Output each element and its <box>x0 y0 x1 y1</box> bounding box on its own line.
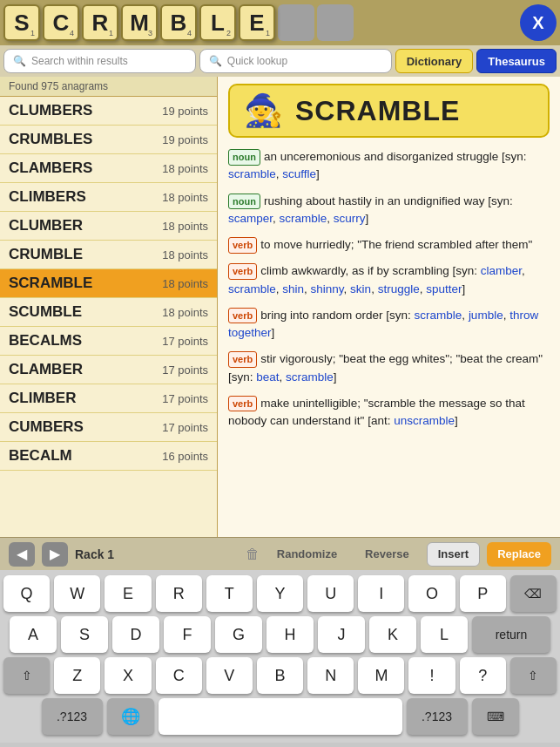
syn-link[interactable]: skin <box>350 282 371 295</box>
syn-link[interactable]: scramble <box>228 282 276 295</box>
shift-key[interactable]: ⇧ <box>3 657 50 694</box>
dictionary-tab[interactable]: Dictionary <box>395 49 474 73</box>
key-H[interactable]: H <box>267 616 314 653</box>
syn-link[interactable]: scamper <box>228 212 273 225</box>
word-row[interactable]: BECALMS17 points <box>0 327 217 356</box>
tile-L[interactable]: L2 <box>199 4 236 41</box>
definition-block: nounrushing about hastily in an undignif… <box>228 193 550 228</box>
word-row[interactable]: CLUMBERS19 points <box>0 97 217 126</box>
globe-key[interactable]: 🌐 <box>107 698 154 735</box>
key-Q[interactable]: Q <box>3 575 50 612</box>
tile-M[interactable]: M3 <box>121 4 158 41</box>
key-E[interactable]: E <box>105 575 151 612</box>
main-content: Found 975 anagrams CLUMBERS19 pointsCRUM… <box>0 77 560 537</box>
syn-link[interactable]: jumble <box>469 309 503 322</box>
syn-link[interactable]: shin <box>282 282 304 295</box>
trash-icon[interactable]: 🗑 <box>246 547 260 562</box>
word-row[interactable]: CLUMBER18 points <box>0 212 217 241</box>
key-L[interactable]: L <box>421 616 468 653</box>
insert-button[interactable]: Insert <box>427 542 480 567</box>
tile-E[interactable]: E1 <box>239 4 275 41</box>
key-Y[interactable]: Y <box>257 575 303 612</box>
pos-badge: noun <box>228 149 260 166</box>
search-within-input[interactable]: 🔍 Search within results <box>3 49 196 73</box>
word-points: 18 points <box>162 248 208 261</box>
syn-link[interactable]: scramble <box>280 212 327 225</box>
quick-lookup-input[interactable]: 🔍 Quick lookup <box>199 49 392 73</box>
key-Z[interactable]: Z <box>54 657 100 694</box>
key-question[interactable]: ? <box>460 657 506 694</box>
key-W[interactable]: W <box>54 575 100 612</box>
word-row[interactable]: CLIMBER17 points <box>0 384 217 413</box>
word-points: 19 points <box>162 133 208 146</box>
key-M[interactable]: M <box>358 657 404 694</box>
key-B[interactable]: B <box>257 657 303 694</box>
space-key[interactable] <box>159 698 402 735</box>
tile-S[interactable]: S1 <box>3 4 40 41</box>
key-P[interactable]: P <box>460 575 506 612</box>
word-row[interactable]: CLAMBER17 points <box>0 356 217 384</box>
syn-link[interactable]: shinny <box>311 282 344 295</box>
key-R[interactable]: R <box>156 575 202 612</box>
word-row[interactable]: CLAMBERS18 points <box>0 154 217 183</box>
key-D[interactable]: D <box>112 616 159 653</box>
word-row[interactable]: SCRAMBLE18 points <box>0 269 217 298</box>
word-row[interactable]: SCUMBLE18 points <box>0 298 217 327</box>
randomize-button[interactable]: Randomize <box>267 542 347 567</box>
syn-link[interactable]: beat <box>256 370 279 384</box>
tile-blank-1[interactable] <box>278 4 314 41</box>
close-button[interactable]: X <box>520 4 557 41</box>
key-G[interactable]: G <box>215 616 262 653</box>
word-name: CLUMBER <box>9 217 83 234</box>
number-key[interactable]: .?123 <box>42 698 103 735</box>
definition-block: nounan unceremonious and disorganized st… <box>228 148 550 184</box>
tile-R[interactable]: R1 <box>82 4 118 41</box>
key-V[interactable]: V <box>206 657 253 694</box>
syn-link[interactable]: scurry <box>334 212 366 225</box>
key-J[interactable]: J <box>318 616 365 653</box>
word-row[interactable]: CRUMBLES19 points <box>0 126 217 154</box>
next-button[interactable]: ▶ <box>42 542 68 567</box>
key-exclaim[interactable]: ! <box>408 657 455 694</box>
key-C[interactable]: C <box>156 657 202 694</box>
key-K[interactable]: K <box>369 616 416 653</box>
return-key[interactable]: return <box>472 616 550 653</box>
key-O[interactable]: O <box>408 575 455 612</box>
tile-C[interactable]: C4 <box>43 4 79 41</box>
key-I[interactable]: I <box>358 575 404 612</box>
key-A[interactable]: A <box>10 616 57 653</box>
reverse-button[interactable]: Reverse <box>354 542 420 567</box>
word-name: CLUMBERS <box>9 102 92 119</box>
key-N[interactable]: N <box>307 657 354 694</box>
definition-block: verbto move hurriedly; "The friend scram… <box>228 236 550 254</box>
tile-blank-2[interactable] <box>317 4 354 41</box>
number-key-2[interactable]: .?123 <box>407 698 468 735</box>
tile-B[interactable]: B4 <box>160 4 197 41</box>
backspace-key[interactable]: ⌫ <box>510 575 557 612</box>
thesaurus-tab[interactable]: Thesaurus <box>476 49 557 73</box>
word-row[interactable]: BECALM16 points <box>0 442 217 471</box>
syn-link[interactable]: scramble <box>228 167 276 180</box>
syn-link[interactable]: sputter <box>426 282 462 295</box>
keyboard-hide-key[interactable]: ⌨ <box>472 698 519 735</box>
syn-link[interactable]: scuffle <box>282 167 316 180</box>
ant-link[interactable]: unscramble <box>394 414 455 427</box>
word-points: 19 points <box>162 105 208 118</box>
prev-button[interactable]: ◀ <box>9 542 35 567</box>
syn-link[interactable]: clamber <box>481 264 522 277</box>
replace-button[interactable]: Replace <box>487 542 551 567</box>
key-T[interactable]: T <box>206 575 253 612</box>
key-F[interactable]: F <box>164 616 211 653</box>
syn-link[interactable]: scramble <box>286 370 334 384</box>
syn-link[interactable]: scramble <box>415 309 462 322</box>
word-row[interactable]: CUMBERS17 points <box>0 413 217 442</box>
key-X[interactable]: X <box>105 657 151 694</box>
rack-label: Rack 1 <box>75 547 114 561</box>
key-U[interactable]: U <box>307 575 354 612</box>
syn-link[interactable]: struggle <box>378 282 420 295</box>
word-row[interactable]: CLIMBERS18 points <box>0 183 217 212</box>
shift-key-2[interactable]: ⇧ <box>510 657 557 694</box>
keyboard-row-1: Q W E R T Y U I O P ⌫ <box>3 575 557 612</box>
key-S[interactable]: S <box>61 616 108 653</box>
word-row[interactable]: CRUMBLE18 points <box>0 241 217 269</box>
